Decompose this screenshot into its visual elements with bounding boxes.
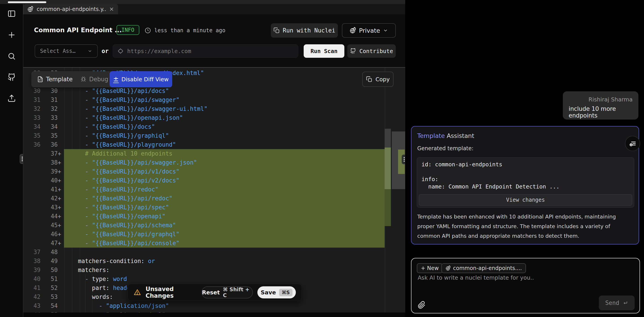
code-line: 3636 - "{{BaseURL}}/playground" [23, 140, 384, 149]
copy-button[interactable]: Copy [362, 72, 394, 87]
minimap [384, 129, 391, 148]
assistant-options-button[interactable] [625, 136, 640, 151]
tab-template[interactable]: Template [37, 76, 73, 83]
attachment-button[interactable] [416, 299, 427, 310]
prompt-input[interactable]: Ask AI to write a nuclei template for yo… [418, 274, 534, 281]
code-line: 42+ - "{{BaseURL}}/api/redoc" [23, 194, 384, 203]
window-bottom-strip [23, 312, 405, 317]
code-line-text: - "application/xml" [64, 310, 384, 312]
assistant-title-rest: Assistant [445, 132, 474, 139]
window-top-strip [0, 0, 405, 4]
code-line-text: - "{{BaseURL}}/api/schema" [64, 221, 384, 230]
globe-lock-icon [350, 27, 356, 34]
tab-template-label: Template [46, 76, 73, 83]
code-line-text: - "{{BaseURL}}/api/swagger" [64, 95, 384, 104]
code-line-text: # Additional 10 endpoints [64, 149, 384, 158]
window-drag-indicator [8, 1, 46, 3]
save-shortcut: ⌘S [279, 289, 292, 296]
search-icon[interactable] [8, 52, 16, 61]
visibility-label: Private [359, 27, 380, 34]
globe-lock-icon [27, 6, 34, 12]
generated-template-preview: id: common-api-endpoints info: name: Com… [417, 157, 634, 207]
reset-button[interactable]: Reset ⌘ Shift + C [202, 286, 253, 298]
severity-badge: INFO [116, 25, 139, 35]
context-template-chip[interactable]: common-api-endpoints.... [442, 263, 526, 273]
code-line: 47+ - "{{BaseURL}}/api/console" [23, 239, 384, 248]
run-with-nuclei-button[interactable]: Run with Nuclei [271, 23, 338, 38]
code-line: 40+ - "{{BaseURL}}/api/v2/docs" [23, 176, 384, 185]
yaml-diff-editor[interactable]: 2828 - "{{BaseURL}}/swagger/index.html"2… [23, 68, 405, 312]
new-chat-chip[interactable]: + New [417, 263, 443, 273]
github-icon[interactable] [8, 73, 16, 82]
plus-icon[interactable] [8, 31, 16, 39]
code-line: 4354 - "application/json" [23, 301, 384, 310]
tab-label: common-api-endpoints.y... [37, 6, 106, 12]
assistant-title-accent: Template [417, 132, 445, 139]
code-line-text: - "{{BaseURL}}/openapi" [64, 212, 384, 221]
enter-icon [622, 300, 628, 306]
last-updated: less than a minute ago [144, 23, 226, 38]
code-line: 39+ - "{{BaseURL}}/api/v1/docs" [23, 167, 384, 176]
run-scan-button[interactable]: Run Scan [304, 44, 344, 58]
chevron-down-icon [383, 28, 388, 33]
bug-icon [80, 76, 86, 82]
new-chat-label: + New [421, 265, 439, 271]
panel-left-icon[interactable] [8, 10, 16, 18]
minimap-diff-region [384, 148, 391, 189]
code-line: 41+ - "{{BaseURL}}/redoc" [23, 185, 384, 194]
code-rows: 2828 - "{{BaseURL}}/swagger/index.html"2… [23, 69, 384, 312]
contribute-button[interactable]: Contribute [347, 44, 396, 58]
save-button[interactable]: Save ⌘S [258, 286, 296, 298]
code-line: 3535 - "{{BaseURL}}/graphiql" [23, 131, 384, 140]
clock-icon [144, 27, 151, 34]
code-line-text: matchers-condition: or [64, 256, 384, 265]
generated-template-code: id: common-api-endpoints info: name: Com… [417, 158, 634, 193]
target-url-placeholder: https://example.com [127, 48, 191, 54]
send-button[interactable]: Send [599, 295, 634, 310]
code-line: 3131 - "{{BaseURL}}/api/swagger" [23, 95, 384, 104]
disable-diff-view-button[interactable]: ± Disable Diff View [110, 71, 172, 87]
send-label: Send [605, 299, 620, 306]
copy-icon [274, 27, 280, 34]
tab-debug[interactable]: Debug [80, 76, 108, 83]
unsaved-changes-label: Unsaved Changes [146, 286, 197, 299]
code-line-text: - "{{BaseURL}}/api/graphql" [64, 230, 384, 239]
code-line: 3849 matchers-condition: or [23, 256, 384, 265]
user-message: include 10 more endpoints [569, 105, 632, 119]
disable-diff-view-label: Disable Diff View [122, 76, 168, 83]
warning-icon [134, 288, 141, 296]
minimap-diff-region [384, 189, 391, 226]
code-line: 4455 - "application/xml" [23, 310, 384, 312]
code-line: 43+ - "{{BaseURL}}/api/spec" [23, 203, 384, 212]
target-url-input[interactable]: https://example.com [113, 44, 298, 58]
code-line-text: - "{{BaseURL}}/graphiql" [64, 131, 384, 140]
diff-icon: ± [113, 76, 119, 83]
code-line: 3434 - "{{BaseURL}}/docs" [23, 122, 384, 131]
tab-debug-label: Debug [89, 76, 108, 83]
ai-prompt-composer[interactable]: + New common-api-endpoints.... Ask AI to… [411, 258, 640, 313]
file-template-icon [37, 76, 44, 82]
view-changes-button[interactable]: View changes [419, 194, 632, 205]
user-name: Rishiraj Sharma [569, 96, 632, 103]
run-with-nuclei-label: Run with Nuclei [283, 27, 336, 34]
select-assistant-dropdown[interactable]: Select Ass… [35, 44, 98, 58]
code-line-text: - type: word [64, 274, 384, 283]
reset-label: Reset [202, 289, 220, 296]
nuclei-template-editor: common-api-endpoints.y... Common API End… [0, 0, 644, 317]
code-line: 3030 - "{{BaseURL}}/api/docs" [23, 86, 384, 95]
code-line-text: - "{{BaseURL}}/docs" [64, 122, 384, 131]
unsaved-changes-bar: Unsaved Changes Reset ⌘ Shift + C Save ⌘… [128, 284, 302, 301]
code-line: 3333 - "{{BaseURL}}/openapi.json" [23, 113, 384, 122]
github-icon [350, 48, 356, 54]
upload-icon[interactable] [8, 94, 16, 103]
close-icon[interactable] [109, 7, 114, 12]
globe-lock-icon [446, 265, 451, 271]
code-line-text: - "{{BaseURL}}/api/swagger.json" [64, 158, 384, 167]
assistant-summary: Template has been enhanced with 10 addit… [417, 212, 634, 241]
reset-shortcut: ⌘ Shift + C [223, 286, 252, 298]
visibility-dropdown[interactable]: Private [342, 23, 396, 38]
contribute-label: Contribute [359, 48, 393, 54]
tab-common-api-endpoints[interactable]: common-api-endpoints.y... [23, 4, 118, 14]
code-line-text: - "{{BaseURL}}/api/console" [64, 239, 384, 248]
editor-view-toolbar: Template Debug [31, 71, 114, 87]
